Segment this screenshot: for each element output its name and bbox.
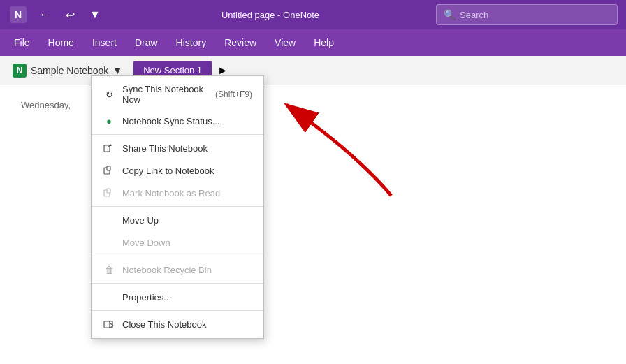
ctx-close-notebook[interactable]: Close This Notebook	[92, 313, 263, 335]
menu-help[interactable]: Help	[305, 33, 342, 52]
properties-icon	[103, 291, 115, 303]
menu-history[interactable]: History	[168, 33, 215, 52]
ctx-properties-label: Properties...	[122, 292, 171, 303]
svg-rect-4	[107, 166, 110, 170]
title-bar: N ← ↩ ▼ Untitled page - OneNote 🔍	[0, 0, 626, 29]
ctx-sync-status-label: Notebook Sync Status...	[122, 116, 219, 126]
undo-button[interactable]: ↩	[60, 5, 80, 24]
customize-button[interactable]: ▼	[85, 5, 105, 24]
date-label: Wednesday,	[21, 100, 71, 110]
svg-text:N: N	[15, 9, 22, 20]
search-box[interactable]: 🔍	[436, 4, 618, 25]
svg-rect-6	[107, 189, 110, 193]
trash-icon: 🗑	[103, 263, 115, 276]
app-window: N ← ↩ ▼ Untitled page - OneNote 🔍 File H…	[0, 0, 626, 364]
ctx-properties[interactable]: Properties...	[92, 286, 263, 308]
ctx-move-down-label: Move Down	[122, 238, 170, 248]
menu-view[interactable]: View	[266, 33, 304, 52]
ctx-share-label: Share This Notebook	[122, 143, 208, 154]
mark-icon	[103, 187, 115, 199]
context-menu: ↻ Sync This Notebook Now (Shift+F9) ● No…	[91, 75, 264, 339]
separator-1	[92, 134, 263, 135]
search-icon: 🔍	[444, 9, 456, 20]
separator-3	[92, 256, 263, 256]
notebook-dropdown-icon: ▼	[112, 65, 122, 76]
svg-rect-7	[104, 321, 110, 328]
back-button[interactable]: ←	[35, 5, 54, 24]
menu-home[interactable]: Home	[40, 33, 82, 52]
menu-file[interactable]: File	[6, 33, 38, 52]
sync-icon: ↻	[103, 88, 115, 101]
ctx-mark-read: Mark Notebook as Read	[92, 182, 263, 204]
ctx-sync-status[interactable]: ● Notebook Sync Status...	[92, 110, 263, 132]
menu-draw[interactable]: Draw	[126, 33, 166, 52]
move-down-icon	[103, 236, 115, 249]
window-title: Untitled page - OneNote	[112, 10, 429, 20]
ctx-share[interactable]: Share This Notebook	[92, 137, 263, 159]
ctx-sync-shortcut: (Shift+F9)	[215, 89, 252, 99]
separator-5	[92, 310, 263, 311]
separator-2	[92, 206, 263, 207]
search-input[interactable]	[460, 10, 610, 20]
share-icon	[103, 142, 115, 154]
ctx-sync-now-label: Sync This Notebook Now	[122, 84, 208, 105]
ctx-close-label: Close This Notebook	[122, 319, 206, 330]
onenote-logo: N	[8, 5, 28, 24]
ctx-copy-link-label: Copy Link to Notebook	[122, 166, 214, 176]
nav-controls: ← ↩ ▼	[35, 5, 105, 24]
link-icon	[103, 164, 115, 177]
menu-insert[interactable]: Insert	[84, 33, 125, 52]
close-notebook-icon	[103, 318, 115, 330]
ctx-move-down: Move Down	[92, 231, 263, 254]
status-icon: ●	[103, 115, 115, 127]
separator-4	[92, 283, 263, 284]
ctx-mark-read-label: Mark Notebook as Read	[122, 188, 220, 198]
ctx-move-up-label: Move Up	[122, 215, 159, 226]
ctx-copy-link[interactable]: Copy Link to Notebook	[92, 159, 263, 182]
more-sections-icon[interactable]: ►	[217, 64, 228, 77]
notebook-icon: N	[13, 64, 27, 78]
ctx-recycle-label: Notebook Recycle Bin	[122, 265, 212, 275]
ctx-sync-now[interactable]: ↻ Sync This Notebook Now (Shift+F9)	[92, 79, 263, 110]
ctx-recycle-bin: 🗑 Notebook Recycle Bin	[92, 259, 263, 281]
move-up-icon	[103, 214, 115, 226]
ctx-move-up[interactable]: Move Up	[92, 209, 263, 231]
menu-review[interactable]: Review	[216, 33, 265, 52]
notebook-name-label: Sample Notebook	[31, 65, 108, 76]
menu-bar: File Home Insert Draw History Review Vie…	[0, 29, 626, 56]
